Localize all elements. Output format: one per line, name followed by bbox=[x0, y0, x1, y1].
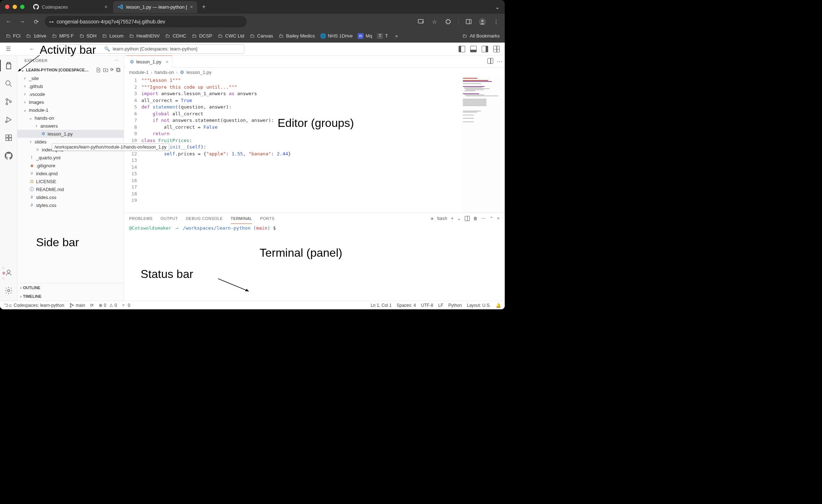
outline-section[interactable]: ›OUTLINE bbox=[17, 283, 124, 292]
settings-gear-icon[interactable] bbox=[0, 283, 17, 299]
terminal[interactable]: @Cotswoldsmaker → /workspaces/learn-pyth… bbox=[124, 224, 505, 301]
back-button[interactable]: ← bbox=[4, 17, 14, 27]
remote-indicator[interactable]: ⫎⫏ Codespaces: learn-python bbox=[4, 303, 64, 308]
breadcrumb[interactable]: module-1› hands-on› ⚙ lesson_1.py bbox=[124, 68, 505, 76]
bookmark-item[interactable]: 🗀MPS F bbox=[51, 33, 74, 39]
file-row[interactable]: ≡index.qmd bbox=[17, 169, 124, 177]
cursor-position[interactable]: Ln 1, Col 1 bbox=[371, 303, 392, 308]
folder-row[interactable]: ›.vscode bbox=[17, 90, 124, 98]
close-tab-icon[interactable]: × bbox=[190, 4, 193, 10]
search-view-icon[interactable] bbox=[0, 76, 17, 92]
panel-more-icon[interactable]: ⋯ bbox=[481, 216, 486, 221]
folder-row[interactable]: ›answers bbox=[17, 122, 124, 130]
bookmark-item[interactable]: 🗀Bailey Medics bbox=[278, 33, 315, 39]
split-terminal-icon[interactable] bbox=[465, 216, 470, 221]
file-row[interactable]: ⚖LICENSE bbox=[17, 177, 124, 185]
panel-tab-output[interactable]: OUTPUT bbox=[160, 213, 178, 224]
panel-tab-debug-console[interactable]: DEBUG CONSOLE bbox=[186, 213, 222, 224]
new-folder-icon[interactable] bbox=[103, 67, 108, 72]
forward-button[interactable]: → bbox=[17, 17, 27, 27]
extensions-view-icon[interactable] bbox=[0, 130, 17, 146]
new-file-icon[interactable] bbox=[96, 67, 101, 72]
explorer-view-icon[interactable] bbox=[0, 58, 17, 74]
menu-icon[interactable]: ☰ bbox=[4, 44, 13, 54]
bookmark-item[interactable]: 🗀Canvas bbox=[249, 33, 273, 39]
bookmark-item[interactable]: 🗀DCSP bbox=[191, 33, 212, 39]
sidebar-more-icon[interactable]: ⋯ bbox=[115, 58, 119, 63]
nav-back-button[interactable]: ← bbox=[27, 44, 37, 54]
file-row[interactable]: #styles.css bbox=[17, 201, 124, 209]
site-info-icon[interactable]: ⊶ bbox=[49, 19, 54, 25]
editor-more-icon[interactable]: ⋯ bbox=[497, 58, 503, 65]
panel-tab-problems[interactable]: PROBLEMS bbox=[129, 213, 153, 224]
collapse-all-icon[interactable] bbox=[116, 67, 121, 72]
url-bar[interactable]: ⊶ congenial-bassoon-4rpq7v4j755274vj.git… bbox=[45, 16, 247, 27]
reload-button[interactable]: ⟳ bbox=[31, 17, 41, 27]
bookmark-item[interactable]: 🗀HealthENV bbox=[129, 33, 160, 39]
bookmark-item[interactable]: 🗀SDH bbox=[79, 33, 96, 39]
bookmark-item[interactable]: 🗀1drive bbox=[26, 33, 46, 39]
code-editor[interactable]: 12345678910111213141516171819 """Lesson … bbox=[124, 76, 505, 213]
panel-maximize-icon[interactable]: ⌃ bbox=[490, 216, 494, 221]
bookmark-item[interactable]: 🗀FCI bbox=[5, 33, 21, 39]
install-app-icon[interactable] bbox=[416, 17, 426, 27]
file-row[interactable]: ◈.gitignore bbox=[17, 162, 124, 169]
extensions-icon[interactable] bbox=[443, 17, 453, 27]
folder-row[interactable]: ›images bbox=[17, 98, 124, 106]
problems-count[interactable]: ⊗0 ⚠0 bbox=[99, 303, 117, 308]
sync-button[interactable]: ⟳ bbox=[90, 303, 94, 308]
panel-tab-terminal[interactable]: TERMINAL bbox=[231, 213, 252, 224]
kill-terminal-icon[interactable]: 🗑 bbox=[473, 216, 478, 221]
eol[interactable]: LF bbox=[438, 303, 443, 308]
bookmark-item[interactable]: 🌐NHS 1Drive bbox=[320, 33, 353, 39]
close-tab-icon[interactable]: × bbox=[165, 59, 168, 65]
bookmark-item[interactable]: mMq bbox=[358, 33, 372, 39]
bookmark-item[interactable]: 🗀Locum bbox=[102, 33, 124, 39]
file-row[interactable]: #slides.css bbox=[17, 193, 124, 201]
folder-row[interactable]: ›.github bbox=[17, 82, 124, 90]
bookmark-item[interactable]: TT bbox=[377, 33, 388, 39]
git-branch[interactable]: main bbox=[69, 303, 85, 308]
maximize-window-button[interactable] bbox=[20, 5, 25, 9]
timeline-section[interactable]: ›TIMELINE bbox=[17, 292, 124, 301]
bookmarks-overflow[interactable]: » bbox=[395, 33, 398, 39]
folder-row[interactable]: ⌄hands-on bbox=[17, 114, 124, 122]
tab-overflow-button[interactable]: ⌄ bbox=[495, 4, 500, 10]
split-editor-icon[interactable] bbox=[487, 58, 493, 65]
notifications-bell-icon[interactable]: 🔔 bbox=[496, 303, 501, 308]
encoding[interactable]: UTF-8 bbox=[421, 303, 433, 308]
keyboard-layout[interactable]: Layout: U.S. bbox=[467, 303, 491, 308]
bookmark-star-icon[interactable]: ☆ bbox=[429, 17, 439, 27]
source-control-icon[interactable] bbox=[0, 94, 17, 110]
file-row[interactable]: !_quarto.yml bbox=[17, 154, 124, 162]
bookmark-item[interactable]: 🗀CWC Ltd bbox=[217, 33, 244, 39]
nav-forward-button[interactable]: → bbox=[37, 44, 47, 54]
close-window-button[interactable] bbox=[5, 5, 9, 9]
terminal-dropdown-icon[interactable]: ⌄ bbox=[457, 216, 461, 221]
ports-count[interactable]: ᯤ0 bbox=[122, 303, 130, 308]
editor-tab[interactable]: ⚙ lesson_1.py × bbox=[126, 56, 172, 68]
profile-avatar[interactable] bbox=[477, 17, 487, 27]
new-tab-button[interactable]: + bbox=[199, 2, 209, 12]
window-controls[interactable] bbox=[3, 5, 27, 9]
close-tab-icon[interactable]: × bbox=[105, 4, 107, 10]
command-center[interactable]: 🔍 learn-python [Codespaces: learn-python… bbox=[57, 44, 244, 54]
bookmark-item[interactable]: 🗀CDHC bbox=[165, 33, 186, 39]
layout-bottom-icon[interactable] bbox=[469, 44, 478, 54]
file-row[interactable]: ⚙lesson_1.py bbox=[17, 130, 124, 138]
panel-tab-ports[interactable]: PORTS bbox=[260, 213, 274, 224]
language-mode[interactable]: Python bbox=[448, 303, 462, 308]
all-bookmarks[interactable]: 🗀 All Bookmarks bbox=[462, 33, 500, 39]
github-view-icon[interactable] bbox=[0, 148, 17, 164]
folder-header[interactable]: ⌄ LEARN-PYTHON [CODESPACE… ⟳ bbox=[17, 66, 124, 74]
folder-row[interactable]: ⌄module-1 bbox=[17, 106, 124, 114]
panel-close-icon[interactable]: × bbox=[497, 216, 500, 221]
browser-tab-vscode[interactable]: lesson_1.py — learn-python [ × bbox=[113, 1, 197, 13]
file-row[interactable]: ⓘREADME.md bbox=[17, 185, 124, 193]
browser-tab-codespaces[interactable]: Codespaces × bbox=[29, 1, 112, 13]
menu-button[interactable]: ⋮ bbox=[491, 17, 501, 27]
minimap[interactable] bbox=[461, 76, 505, 213]
folder-row[interactable]: ›_site bbox=[17, 74, 124, 82]
sidepanel-icon[interactable] bbox=[464, 17, 474, 27]
run-debug-icon[interactable] bbox=[0, 112, 17, 128]
